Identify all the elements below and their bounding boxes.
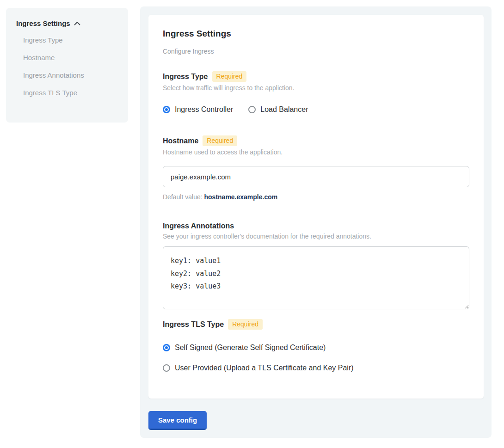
settings-panel: Ingress Settings Configure Ingress Ingre…	[140, 6, 492, 438]
ingress-annotations-section: Ingress Annotations See your ingress con…	[163, 222, 469, 309]
ingress-annotations-help: See your ingress controller's documentat…	[163, 233, 469, 240]
settings-sidebar: Ingress Settings Ingress Type Hostname I…	[6, 8, 128, 123]
radio-self-signed[interactable]: Self Signed (Generate Self Signed Certif…	[163, 344, 469, 352]
ingress-annotations-textarea[interactable]: key1: value1 key2: value2 key3: value3	[163, 246, 469, 309]
ingress-type-help: Select how traffic will ingress to the a…	[163, 84, 469, 92]
radio-load-balancer[interactable]: Load Balancer	[248, 105, 308, 114]
radio-unselected-icon	[248, 106, 256, 113]
sidebar-item-ingress-tls-type[interactable]: Ingress TLS Type	[23, 84, 128, 101]
radio-ingress-controller[interactable]: Ingress Controller	[163, 105, 233, 114]
radio-unselected-icon	[163, 364, 170, 372]
hostname-section: Hostname Required Hostname used to acces…	[163, 135, 469, 201]
sidebar-item-ingress-type[interactable]: Ingress Type	[23, 31, 128, 49]
hostname-label: Hostname	[163, 137, 198, 145]
sidebar-item-hostname[interactable]: Hostname	[23, 49, 128, 66]
hostname-default-prefix: Default value:	[163, 193, 204, 201]
required-badge: Required	[203, 135, 237, 146]
required-badge: Required	[228, 319, 263, 330]
ingress-settings-card: Ingress Settings Configure Ingress Ingre…	[148, 15, 484, 399]
save-config-button[interactable]: Save config	[148, 411, 207, 430]
page-title: Ingress Settings	[163, 29, 469, 39]
ingress-tls-type-label: Ingress TLS Type	[163, 320, 224, 329]
ingress-tls-type-section: Ingress TLS Type Required Self Signed (G…	[163, 319, 469, 372]
radio-user-provided[interactable]: User Provided (Upload a TLS Certificate …	[163, 364, 469, 372]
hostname-input[interactable]	[163, 166, 469, 187]
hostname-default-value: hostname.example.com	[204, 193, 278, 201]
required-badge: Required	[212, 71, 247, 82]
hostname-default-line: Default value: hostname.example.com	[163, 193, 469, 201]
radio-selected-icon	[163, 344, 170, 351]
radio-selected-icon	[163, 106, 170, 113]
ingress-annotations-label: Ingress Annotations	[163, 222, 234, 230]
sidebar-items: Ingress Type Hostname Ingress Annotation…	[6, 31, 128, 101]
sidebar-section-toggle[interactable]: Ingress Settings	[16, 19, 119, 27]
page-subtitle: Configure Ingress	[163, 48, 469, 55]
ingress-type-label: Ingress Type	[163, 73, 208, 81]
sidebar-item-ingress-annotations[interactable]: Ingress Annotations	[23, 66, 128, 84]
ingress-type-radio-group: Ingress Controller Load Balancer	[163, 105, 469, 114]
chevron-up-icon	[74, 21, 80, 26]
ingress-tls-radio-group: Self Signed (Generate Self Signed Certif…	[163, 344, 469, 372]
hostname-help: Hostname used to access the application.	[163, 148, 469, 156]
sidebar-section-title: Ingress Settings	[16, 19, 70, 27]
ingress-type-section: Ingress Type Required Select how traffic…	[163, 71, 469, 114]
